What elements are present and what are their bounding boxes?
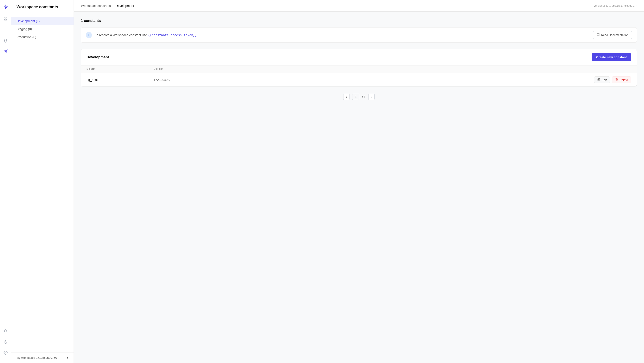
info-banner: i To resolve a Workspace constant use {{…	[81, 27, 637, 43]
svg-rect-2	[4, 20, 5, 21]
prev-page-button[interactable]: ‹	[343, 94, 350, 100]
table-row: pg_host 172.28.40.9 Edit Delete	[81, 73, 636, 86]
column-name-header: NAME	[86, 68, 154, 71]
icon-rail	[0, 0, 11, 363]
breadcrumb-parent[interactable]: Workspace constants	[81, 4, 111, 7]
breadcrumb-separator: ›	[113, 4, 114, 8]
trash-icon	[615, 78, 618, 82]
sidebar-item-staging[interactable]: Staging (0)	[11, 25, 74, 33]
breadcrumb-current: Development	[116, 4, 134, 7]
list-icon[interactable]	[2, 27, 9, 33]
grid-icon[interactable]	[2, 16, 9, 22]
total-pages: / 1	[362, 95, 366, 99]
pagination: ‹ 1 / 1 ›	[81, 94, 637, 100]
gear-icon[interactable]	[2, 350, 9, 356]
svg-point-9	[5, 352, 6, 354]
delete-button[interactable]: Delete	[612, 76, 631, 83]
table-card-header: Development Create new constant	[81, 49, 636, 65]
moon-icon[interactable]	[2, 339, 9, 345]
current-page: 1	[352, 94, 359, 100]
svg-rect-0	[4, 18, 5, 19]
token-code: {{constants.access_token}}	[148, 33, 197, 37]
main-area: Workspace constants › Development Versio…	[74, 0, 644, 363]
content-area: 1 constants i To resolve a Workspace con…	[74, 12, 644, 363]
sidebar: Workspace constants Development (1) Stag…	[11, 0, 74, 363]
read-documentation-button[interactable]: Read Documentation	[593, 31, 632, 39]
svg-rect-3	[6, 20, 7, 21]
info-icon: i	[86, 32, 92, 38]
sidebar-item-development[interactable]: Development (1)	[11, 17, 74, 25]
workspace-name: My workspace 1710850539760	[16, 356, 57, 360]
row-actions: Edit Delete	[594, 76, 631, 83]
table-header-row: NAME VALUE	[81, 65, 636, 73]
bell-icon[interactable]	[2, 328, 9, 334]
info-message: To resolve a Workspace constant use {{co…	[95, 33, 197, 37]
book-icon	[596, 33, 600, 37]
send-icon[interactable]	[2, 48, 9, 54]
sidebar-title: Workspace constants	[11, 0, 74, 14]
top-header: Workspace constants › Development Versio…	[74, 0, 644, 12]
layers-icon[interactable]	[2, 37, 9, 44]
edit-button[interactable]: Edit	[594, 76, 610, 83]
sidebar-nav: Development (1) Staging (0) Production (…	[11, 14, 74, 352]
workspace-selector[interactable]: My workspace 1710850539760 ▾	[11, 352, 74, 363]
constant-name: pg_host	[86, 78, 154, 82]
svg-rect-1	[6, 18, 7, 19]
next-page-button[interactable]: ›	[368, 94, 374, 100]
column-value-header: VALUE	[154, 68, 631, 71]
constant-value: 172.28.40.9	[154, 78, 594, 82]
breadcrumb: Workspace constants › Development	[81, 4, 134, 8]
chevron-down-icon: ▾	[67, 356, 68, 360]
info-banner-left: i To resolve a Workspace constant use {{…	[86, 32, 197, 38]
version-text: Version 2.33.1-ee2.15.17-cloud2.3.7	[594, 4, 637, 7]
svg-marker-7	[4, 39, 7, 41]
logo-icon[interactable]	[2, 3, 9, 10]
edit-icon	[598, 78, 600, 82]
constants-table-card: Development Create new constant NAME VAL…	[81, 49, 637, 86]
sidebar-item-production[interactable]: Production (0)	[11, 33, 74, 41]
table-section-title: Development	[86, 55, 109, 59]
create-new-constant-button[interactable]: Create new constant	[592, 53, 631, 61]
constants-count: 1 constants	[81, 19, 637, 23]
